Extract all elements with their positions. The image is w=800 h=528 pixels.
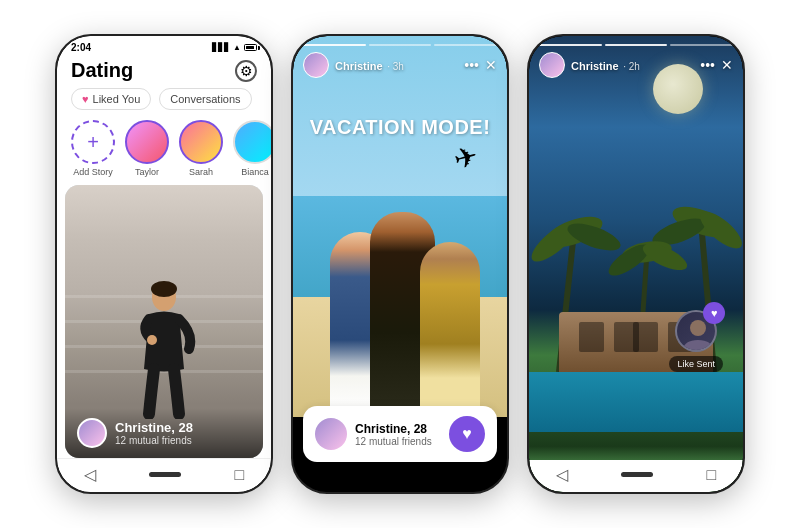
story-time-ago-2: 3h xyxy=(393,61,404,72)
story-avatar-2 xyxy=(303,52,329,78)
sarah-avatar xyxy=(179,120,223,164)
story-username-3: Christine xyxy=(571,60,619,72)
square-nav-icon[interactable]: □ xyxy=(235,466,245,484)
like-sent-label: Like Sent xyxy=(669,356,723,372)
story-screen-2: VACATION MODE! ✈ Christine xyxy=(293,36,507,492)
bottom-nav-3: ◁ □ xyxy=(529,460,743,492)
stories-row: + Add Story Taylor Sarah Bianca Sp xyxy=(57,116,271,185)
phone-3: Christine · 2h ••• ✕ xyxy=(527,34,745,494)
story-bianca[interactable]: Bianca xyxy=(233,120,271,177)
story-avatar-3 xyxy=(539,52,565,78)
heart-button-2[interactable]: ♥ xyxy=(449,416,485,452)
phone-2: VACATION MODE! ✈ Christine xyxy=(291,34,509,494)
tab-liked-label: Liked You xyxy=(93,93,141,105)
profile-text: Christine, 28 12 mutual friends xyxy=(115,420,193,446)
tab-liked-you[interactable]: ♥ Liked You xyxy=(71,88,151,110)
story-header-row: Christine · 3h ••• ✕ xyxy=(303,52,497,78)
bottom-nav-bar: ◁ □ xyxy=(57,458,271,492)
battery-icon xyxy=(244,44,257,51)
like-sent-bubble: ♥ Like Sent xyxy=(669,310,723,372)
story-header-row-3: Christine · 2h ••• ✕ xyxy=(539,52,733,78)
people-group xyxy=(310,192,490,412)
taylor-avatar xyxy=(125,120,169,164)
story-taylor[interactable]: Taylor xyxy=(125,120,169,177)
story-user-text-3: Christine · 2h xyxy=(571,56,640,74)
story-top-bar-3: Christine · 2h ••• ✕ xyxy=(529,36,743,82)
people-silhouette xyxy=(310,192,490,412)
story-user-info-3: Christine · 2h xyxy=(539,52,640,78)
progress-bars xyxy=(303,44,497,46)
status-icons: ▋▋▋ ▲ xyxy=(212,43,257,52)
progress-1 xyxy=(303,44,366,46)
status-bar-1: 2:04 ▋▋▋ ▲ xyxy=(57,36,271,55)
wifi-icon: ▲ xyxy=(233,43,241,52)
back-nav-icon[interactable]: ◁ xyxy=(84,465,96,484)
person-figure xyxy=(129,279,199,423)
more-options-icon[interactable]: ••• xyxy=(464,57,479,73)
profile-mini-avatar xyxy=(77,418,107,448)
story-sarah[interactable]: Sarah xyxy=(179,120,223,177)
svg-point-2 xyxy=(147,335,157,345)
card-left: Christine, 28 12 mutual friends xyxy=(315,418,432,450)
story-bottom-card-2: Christine, 28 12 mutual friends ♥ xyxy=(303,406,497,462)
story-actions-3: ••• ✕ xyxy=(700,57,733,73)
card-mutual-2: 12 mutual friends xyxy=(355,436,432,447)
story-user-text: Christine · 3h xyxy=(335,56,404,74)
pool-area xyxy=(529,372,743,432)
card-avatar-2 xyxy=(315,418,347,450)
phone-1-screen: 2:04 ▋▋▋ ▲ Dating ⚙ ♥ Liked You xyxy=(57,36,271,492)
progress-3-3 xyxy=(670,44,733,46)
tab-conversations-label: Conversations xyxy=(170,93,240,105)
progress-3-2 xyxy=(605,44,668,46)
close-story-icon[interactable]: ✕ xyxy=(485,57,497,73)
profile-mutual: 12 mutual friends xyxy=(115,435,193,446)
close-story-icon-3[interactable]: ✕ xyxy=(721,57,733,73)
square-icon-3[interactable]: □ xyxy=(707,466,717,484)
like-sent-heart-icon: ♥ xyxy=(703,302,725,324)
settings-icon[interactable]: ⚙ xyxy=(235,60,257,82)
phones-container: 2:04 ▋▋▋ ▲ Dating ⚙ ♥ Liked You xyxy=(35,14,765,514)
taylor-label: Taylor xyxy=(135,167,159,177)
story-username-2: Christine xyxy=(335,60,383,72)
tab-conversations[interactable]: Conversations xyxy=(159,88,251,110)
back-icon-3[interactable]: ◁ xyxy=(556,465,568,484)
card-text: Christine, 28 12 mutual friends xyxy=(355,422,432,447)
story-actions-2: ••• ✕ xyxy=(464,57,497,73)
svg-point-15 xyxy=(690,320,706,336)
dating-tabs: ♥ Liked You Conversations xyxy=(57,88,271,116)
story-time-ago-3: 2h xyxy=(629,61,640,72)
progress-3 xyxy=(434,44,497,46)
person-3 xyxy=(420,242,480,412)
vacation-text: VACATION MODE! xyxy=(293,116,507,139)
sarah-label: Sarah xyxy=(189,167,213,177)
phone-1: 2:04 ▋▋▋ ▲ Dating ⚙ ♥ Liked You xyxy=(55,34,273,494)
progress-2 xyxy=(369,44,432,46)
progress-3-1 xyxy=(539,44,602,46)
phone-3-screen: Christine · 2h ••• ✕ xyxy=(529,36,743,492)
bianca-avatar xyxy=(233,120,271,164)
progress-bars-3 xyxy=(539,44,733,46)
card-name-2: Christine, 28 xyxy=(355,422,432,436)
story-screen-3: Christine · 2h ••• ✕ xyxy=(529,36,743,492)
more-options-icon-3[interactable]: ••• xyxy=(700,57,715,73)
dating-header: Dating ⚙ xyxy=(57,55,271,88)
phone-2-screen: VACATION MODE! ✈ Christine xyxy=(293,36,507,492)
add-story-label: Add Story xyxy=(73,167,113,177)
bianca-label: Bianca xyxy=(241,167,269,177)
story-top-bar-2: Christine · 3h ••• ✕ xyxy=(293,36,507,82)
profile-card[interactable]: Christine, 28 12 mutual friends xyxy=(65,185,263,458)
story-user-info: Christine · 3h xyxy=(303,52,404,78)
home-indicator-3[interactable] xyxy=(621,472,653,477)
story-add[interactable]: + Add Story xyxy=(71,120,115,177)
like-sent-avatar-container: ♥ xyxy=(675,310,717,352)
heart-icon: ♥ xyxy=(82,93,89,105)
app-title: Dating xyxy=(71,59,133,82)
signal-icon: ▋▋▋ xyxy=(212,43,230,52)
status-time: 2:04 xyxy=(71,42,91,53)
svg-point-1 xyxy=(151,281,177,297)
add-story-button[interactable]: + xyxy=(71,120,115,164)
home-indicator[interactable] xyxy=(149,472,181,477)
